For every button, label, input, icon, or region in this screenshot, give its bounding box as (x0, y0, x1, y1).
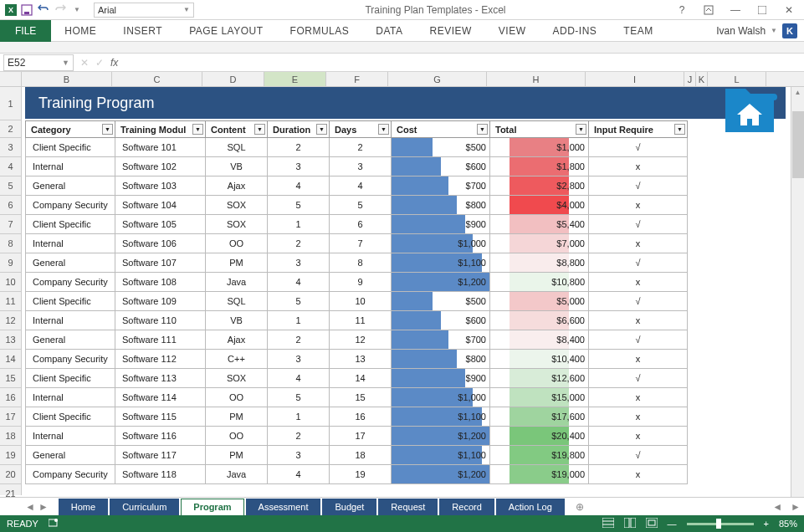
cell[interactable]: $2,800 (490, 176, 589, 196)
cell[interactable]: Client Specific (25, 215, 115, 234)
cell[interactable]: $1,200 (392, 465, 490, 484)
cell[interactable]: 2 (330, 138, 392, 157)
cell[interactable]: SOX (206, 369, 268, 388)
row-header-4[interactable]: 4 (0, 157, 21, 176)
cell[interactable]: 7 (330, 234, 392, 253)
save-icon[interactable] (20, 3, 33, 17)
cell[interactable]: x (589, 350, 688, 369)
cell[interactable]: VB (206, 157, 268, 176)
sheet-tab-curriculum[interactable]: Curriculum (110, 499, 179, 515)
cell[interactable]: $600 (392, 157, 490, 176)
sheet-tab-record[interactable]: Record (439, 499, 494, 515)
filter-dropdown-icon[interactable]: ▼ (576, 124, 586, 135)
row-header-18[interactable]: 18 (0, 427, 21, 446)
cell[interactable]: 3 (268, 446, 330, 465)
cell[interactable]: √ (589, 253, 688, 273)
sheet-tab-program[interactable]: Program (181, 499, 243, 515)
close-icon[interactable]: ✕ (779, 3, 799, 18)
cell[interactable]: 16 (330, 407, 392, 427)
cell[interactable]: $5,400 (490, 215, 589, 234)
row-header-10[interactable]: 10 (0, 273, 21, 292)
cell[interactable]: OO (206, 234, 268, 253)
cell[interactable]: 4 (268, 369, 330, 388)
cell[interactable]: √ (589, 330, 688, 350)
zoom-slider-thumb[interactable] (716, 519, 721, 529)
cell[interactable]: Software 118 (115, 465, 206, 484)
cell[interactable]: $600 (392, 311, 490, 330)
cell[interactable]: 1 (268, 311, 330, 330)
cell[interactable]: $7,000 (490, 234, 589, 253)
column-header-G[interactable]: G (388, 72, 487, 86)
ribbon-tab-home[interactable]: HOME (51, 21, 110, 41)
cell[interactable]: $500 (392, 138, 490, 157)
column-header-days[interactable]: Days▼ (330, 120, 392, 138)
sheet-tab-action-log[interactable]: Action Log (496, 499, 565, 515)
zoom-out-icon[interactable]: — (668, 519, 677, 529)
ribbon-tab-page-layout[interactable]: PAGE LAYOUT (176, 21, 276, 41)
ribbon-tab-formulas[interactable]: FORMULAS (277, 21, 363, 41)
cell[interactable]: Client Specific (25, 292, 115, 311)
ribbon-tab-review[interactable]: REVIEW (416, 21, 484, 41)
cell[interactable]: $10,800 (490, 273, 589, 292)
column-header-D[interactable]: D (202, 72, 264, 86)
cell[interactable]: Internal (25, 157, 115, 176)
column-header-F[interactable]: F (326, 72, 388, 86)
scroll-thumb[interactable] (792, 111, 804, 178)
macro-record-icon[interactable] (49, 518, 59, 529)
cell[interactable]: $1,100 (392, 407, 490, 427)
cell[interactable]: 9 (330, 273, 392, 292)
cancel-formula-icon[interactable]: ✕ (80, 57, 89, 69)
cell[interactable]: 18 (330, 446, 392, 465)
user-area[interactable]: Ivan Walsh ▼ K (716, 23, 804, 38)
cell[interactable]: 2 (268, 234, 330, 253)
cell[interactable]: $10,400 (490, 350, 589, 369)
hscroll-right-icon[interactable]: ► (791, 501, 801, 513)
filter-dropdown-icon[interactable]: ▼ (477, 124, 488, 135)
ribbon-tab-insert[interactable]: INSERT (110, 21, 176, 41)
cell[interactable]: $500 (392, 292, 490, 311)
namebox-dropdown-icon[interactable]: ▼ (62, 59, 69, 67)
cell[interactable]: √ (589, 292, 688, 311)
cell[interactable]: Ajax (206, 330, 268, 350)
cell[interactable]: Client Specific (25, 138, 115, 157)
filter-dropdown-icon[interactable]: ▼ (254, 124, 265, 135)
row-header-6[interactable]: 6 (0, 196, 21, 215)
cell[interactable]: Internal (25, 311, 115, 330)
cell[interactable]: 4 (330, 176, 392, 196)
cell[interactable]: x (589, 388, 688, 407)
cell[interactable]: $19,800 (490, 446, 589, 465)
cell[interactable]: x (589, 427, 688, 446)
column-header-C[interactable]: C (112, 72, 202, 86)
cell[interactable]: Software 106 (115, 234, 206, 253)
cell[interactable]: $1,000 (392, 234, 490, 253)
column-header-E[interactable]: E (264, 72, 326, 86)
cell[interactable]: Internal (25, 388, 115, 407)
cell[interactable]: 2 (268, 330, 330, 350)
cell[interactable]: 2 (268, 138, 330, 157)
sheet-prev-icon[interactable]: ◄ (25, 501, 35, 513)
cell[interactable]: PM (206, 407, 268, 427)
view-pagelayout-icon[interactable] (624, 518, 636, 529)
row-header-17[interactable]: 17 (0, 407, 21, 427)
cell[interactable]: Company Security (25, 465, 115, 484)
scroll-up-icon[interactable]: ▲ (791, 87, 804, 96)
cell[interactable]: Software 101 (115, 138, 206, 157)
cell[interactable]: 5 (268, 388, 330, 407)
sheet-tab-assessment[interactable]: Assessment (246, 499, 321, 515)
cell[interactable]: $700 (392, 176, 490, 196)
cell[interactable]: 17 (330, 427, 392, 446)
cell[interactable]: Client Specific (25, 407, 115, 427)
cell[interactable]: Software 107 (115, 253, 206, 273)
filter-dropdown-icon[interactable]: ▼ (378, 124, 389, 135)
cell[interactable]: $8,400 (490, 330, 589, 350)
name-box[interactable]: E52 ▼ (3, 54, 74, 71)
cell[interactable]: Software 116 (115, 427, 206, 446)
row-header-19[interactable]: 19 (0, 446, 21, 465)
sheet-tab-budget[interactable]: Budget (322, 499, 376, 515)
cell[interactable]: 6 (330, 215, 392, 234)
sheet-tab-home[interactable]: Home (59, 499, 108, 515)
hscroll-left-icon[interactable]: ◄ (772, 501, 782, 513)
cell[interactable]: 19 (330, 465, 392, 484)
column-header-L[interactable]: L (708, 72, 766, 86)
font-dropdown[interactable]: Arial▼ (94, 3, 194, 18)
